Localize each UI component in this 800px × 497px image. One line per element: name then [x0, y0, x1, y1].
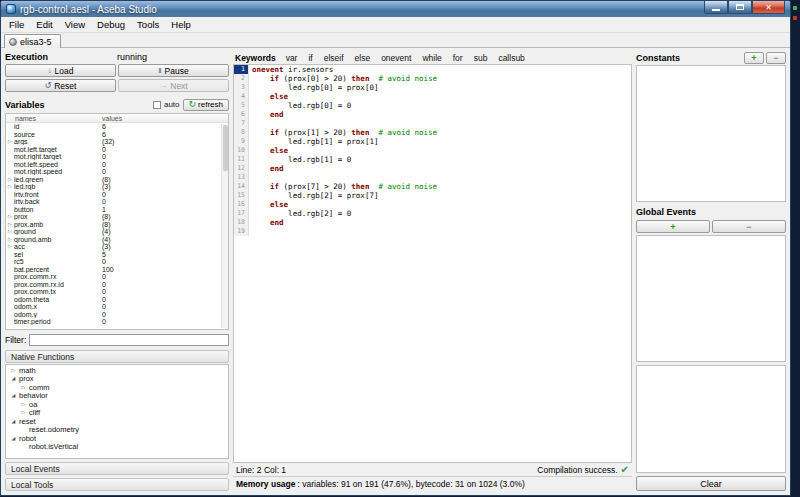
constants-list[interactable] — [636, 65, 786, 202]
expanded-arrow-icon[interactable]: ◢ — [10, 436, 17, 441]
variable-row-prox.comm.tx[interactable]: prox.comm.tx0 — [6, 288, 228, 296]
line-number[interactable]: 11 — [234, 155, 249, 164]
menu-file[interactable]: File — [3, 18, 30, 31]
line-number[interactable]: 5 — [234, 101, 249, 110]
line-number[interactable]: 12 — [234, 164, 249, 173]
line-number[interactable]: 1 — [234, 65, 249, 74]
next-button[interactable]: →Next — [118, 79, 229, 92]
code-line-15[interactable]: 15 led.rgb[2] = prox[7] — [234, 191, 631, 200]
variable-row-acc[interactable]: ▷acc(3) — [6, 243, 228, 251]
keyword-button-sub[interactable]: sub — [469, 52, 493, 64]
code-line-11[interactable]: 11 led.rgb[1] = 0 — [234, 155, 631, 164]
expand-arrow-icon[interactable]: ▷ — [6, 237, 14, 242]
code-line-6[interactable]: 6 end — [234, 110, 631, 119]
add-event-button[interactable]: + — [636, 220, 710, 233]
tree-item-comm[interactable]: ▷comm — [6, 383, 228, 392]
tree-item-reset[interactable]: ◢reset — [6, 417, 228, 426]
tab-elisa3-5[interactable]: elisa3-5 — [4, 34, 61, 48]
line-number[interactable]: 17 — [234, 209, 249, 218]
variable-row-irtv.back[interactable]: irtv.back0 — [6, 198, 228, 206]
global-events-list[interactable] — [636, 235, 786, 362]
line-number[interactable]: 2 — [234, 74, 249, 83]
expand-arrow-icon[interactable]: ▷ — [6, 222, 14, 227]
variable-row-source[interactable]: source6 — [6, 131, 228, 139]
line-number[interactable]: 4 — [234, 92, 249, 101]
variable-row-ground.amb[interactable]: ▷ground.amb(4) — [6, 236, 228, 244]
code-line-2[interactable]: 2 if (prox[0] > 20) then # avoid noise — [234, 74, 631, 83]
tree-item-math[interactable]: ▷math — [6, 366, 228, 375]
expand-arrow-icon[interactable]: ▷ — [6, 139, 14, 144]
filter-input[interactable] — [29, 334, 229, 346]
load-button[interactable]: ↓Load — [5, 64, 116, 77]
expand-arrow-icon[interactable]: ▷ — [6, 214, 14, 219]
keyword-button-var[interactable]: var — [281, 52, 303, 64]
code-line-16[interactable]: 16 else — [234, 200, 631, 209]
code-line-4[interactable]: 4 else — [234, 92, 631, 101]
tree-item-oa[interactable]: ▷oa — [6, 400, 228, 409]
code-line-17[interactable]: 17 led.rgb[2] = 0 — [234, 209, 631, 218]
line-number[interactable]: 15 — [234, 191, 249, 200]
menu-view[interactable]: View — [59, 18, 91, 31]
code-line-5[interactable]: 5 led.rgb[0] = 0 — [234, 101, 631, 110]
line-number[interactable]: 10 — [234, 146, 249, 155]
menu-tools[interactable]: Tools — [131, 18, 165, 31]
variable-row-odom.y[interactable]: odom.y0 — [6, 311, 228, 319]
keyword-button-while[interactable]: while — [417, 52, 446, 64]
variable-row-mot.left.speed[interactable]: mot.left.speed0 — [6, 161, 228, 169]
code-line-8[interactable]: 8 if (prox[1] > 20) then # avoid noise — [234, 128, 631, 137]
collapsed-arrow-icon[interactable]: ▷ — [20, 410, 27, 415]
code-line-3[interactable]: 3 led.rgb[0] = prox[0] — [234, 83, 631, 92]
keyword-button-for[interactable]: for — [448, 52, 468, 64]
keyword-button-elseif[interactable]: elseif — [319, 52, 349, 64]
column-header-names[interactable]: names — [6, 115, 102, 122]
expanded-arrow-icon[interactable]: ◢ — [10, 393, 17, 398]
line-number[interactable]: 3 — [234, 83, 249, 92]
variable-row-led.green[interactable]: ▷led.green(8) — [6, 176, 228, 184]
column-header-values[interactable]: values — [102, 115, 228, 122]
expanded-arrow-icon[interactable]: ◢ — [10, 419, 17, 424]
line-number[interactable]: 8 — [234, 128, 249, 137]
variable-row-led.rgb[interactable]: ▷led.rgb(3) — [6, 183, 228, 191]
line-number[interactable]: 6 — [234, 110, 249, 119]
tree-item-reset-odometry[interactable]: reset.odometry — [6, 426, 228, 435]
tree-item-behavior[interactable]: ◢behavior — [6, 392, 228, 401]
minimize-button[interactable] — [704, 1, 728, 14]
variable-row-prox[interactable]: ▷prox(8) — [6, 213, 228, 221]
variable-row-button[interactable]: button1 — [6, 206, 228, 214]
code-editor[interactable]: 1onevent ir.sensors2 if (prox[0] > 20) t… — [233, 64, 632, 463]
add-constant-button[interactable]: + — [744, 52, 764, 64]
tree-item-cliff[interactable]: ▷cliff — [6, 409, 228, 418]
code-line-14[interactable]: 14 if (prox[7] > 20) then # avoid noise — [234, 182, 631, 191]
remove-event-button[interactable]: − — [712, 220, 786, 233]
code-line-10[interactable]: 10 else — [234, 146, 631, 155]
code-line-18[interactable]: 18 end — [234, 218, 631, 227]
expanded-arrow-icon[interactable]: ◢ — [10, 376, 17, 381]
variable-row-args[interactable]: ▷args(32) — [6, 138, 228, 146]
menu-debug[interactable]: Debug — [91, 18, 131, 31]
line-number[interactable]: 14 — [234, 182, 249, 191]
variable-row-sel[interactable]: sel5 — [6, 251, 228, 259]
variable-row-mot.right.speed[interactable]: mot.right.speed0 — [6, 168, 228, 176]
variable-row-irtv.front[interactable]: irtv.front0 — [6, 191, 228, 199]
remove-constant-button[interactable]: − — [766, 52, 786, 64]
variable-row-prox.comm.rx.id[interactable]: prox.comm.rx.id0 — [6, 281, 228, 289]
variable-row-bat.percent[interactable]: bat.percent100 — [6, 266, 228, 274]
keyword-button-callsub[interactable]: callsub — [493, 52, 529, 64]
code-line-19[interactable]: 19 — [234, 227, 631, 236]
code-line-12[interactable]: 12 end — [234, 164, 631, 173]
keyword-button-onevent[interactable]: onevent — [376, 52, 416, 64]
collapsed-arrow-icon[interactable]: ▷ — [10, 368, 17, 373]
variable-row-odom.theta[interactable]: odom.theta0 — [6, 296, 228, 304]
variable-row-rc5[interactable]: rc50 — [6, 258, 228, 266]
menu-help[interactable]: Help — [165, 18, 197, 31]
native-functions-header[interactable]: Native Functions — [5, 350, 229, 363]
tree-item-robot-isVertical[interactable]: robot.isVertical — [6, 443, 228, 452]
variable-row-id[interactable]: id6 — [6, 123, 228, 131]
variables-scrollbar[interactable] — [221, 124, 228, 328]
event-log-list[interactable] — [636, 365, 786, 473]
maximize-button[interactable] — [728, 1, 752, 14]
local-tools-header[interactable]: Local Tools — [5, 478, 229, 491]
code-line-9[interactable]: 9 led.rgb[1] = prox[1] — [234, 137, 631, 146]
line-number[interactable]: 16 — [234, 200, 249, 209]
collapsed-arrow-icon[interactable]: ▷ — [20, 402, 27, 407]
